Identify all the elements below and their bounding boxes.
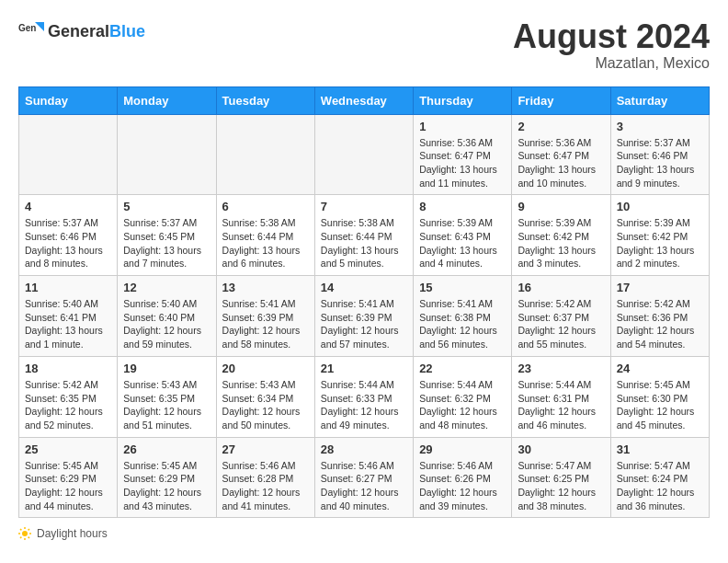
day-number: 28 xyxy=(321,442,407,456)
calendar-day-cell xyxy=(19,114,118,195)
day-number: 4 xyxy=(25,200,111,213)
calendar-day-cell: 9Sunrise: 5:39 AMSunset: 6:42 PMDaylight… xyxy=(512,195,610,276)
day-number: 9 xyxy=(518,200,604,213)
calendar-day-cell: 18Sunrise: 5:42 AMSunset: 6:35 PMDayligh… xyxy=(19,356,118,437)
calendar-day-cell: 22Sunrise: 5:44 AMSunset: 6:32 PMDayligh… xyxy=(414,356,512,437)
calendar-day-cell: 7Sunrise: 5:38 AMSunset: 6:44 PMDaylight… xyxy=(314,195,413,276)
page-subtitle: Mazatlan, Mexico xyxy=(513,55,710,72)
day-number: 8 xyxy=(419,200,506,213)
day-number: 1 xyxy=(419,120,506,133)
calendar-day-cell: 11Sunrise: 5:40 AMSunset: 6:41 PMDayligh… xyxy=(19,276,118,357)
day-info: Sunrise: 5:45 AMSunset: 6:29 PMDaylight:… xyxy=(123,459,210,513)
svg-text:Gen: Gen xyxy=(18,23,36,33)
day-info: Sunrise: 5:41 AMSunset: 6:38 PMDaylight:… xyxy=(419,297,506,351)
day-info: Sunrise: 5:43 AMSunset: 6:34 PMDaylight:… xyxy=(222,378,309,432)
calendar-day-cell xyxy=(118,114,216,195)
calendar-day-cell: 13Sunrise: 5:41 AMSunset: 6:39 PMDayligh… xyxy=(216,276,314,357)
day-info: Sunrise: 5:37 AMSunset: 6:46 PMDaylight:… xyxy=(25,216,111,270)
calendar-day-cell xyxy=(216,114,314,195)
calendar-day-header: Wednesday xyxy=(314,86,413,114)
day-number: 15 xyxy=(419,281,506,294)
calendar-week-row: 1Sunrise: 5:36 AMSunset: 6:47 PMDaylight… xyxy=(19,114,710,195)
calendar-day-cell: 27Sunrise: 5:46 AMSunset: 6:28 PMDayligh… xyxy=(216,437,314,518)
calendar-day-header: Saturday xyxy=(610,86,709,114)
day-info: Sunrise: 5:36 AMSunset: 6:47 PMDaylight:… xyxy=(518,136,604,190)
calendar-header-row: SundayMondayTuesdayWednesdayThursdayFrid… xyxy=(19,86,710,114)
day-info: Sunrise: 5:47 AMSunset: 6:25 PMDaylight:… xyxy=(518,459,604,513)
day-number: 21 xyxy=(321,362,407,375)
calendar-day-cell: 23Sunrise: 5:44 AMSunset: 6:31 PMDayligh… xyxy=(512,356,610,437)
calendar-day-cell: 15Sunrise: 5:41 AMSunset: 6:38 PMDayligh… xyxy=(414,276,512,357)
calendar-day-cell: 24Sunrise: 5:45 AMSunset: 6:30 PMDayligh… xyxy=(610,356,709,437)
calendar-day-cell: 5Sunrise: 5:37 AMSunset: 6:45 PMDaylight… xyxy=(118,195,216,276)
svg-line-9 xyxy=(28,529,29,530)
calendar-day-cell: 4Sunrise: 5:37 AMSunset: 6:46 PMDaylight… xyxy=(19,195,118,276)
day-info: Sunrise: 5:36 AMSunset: 6:47 PMDaylight:… xyxy=(419,136,506,190)
calendar-day-header: Sunday xyxy=(19,86,118,114)
title-block: August 2024 Mazatlan, Mexico xyxy=(513,18,710,72)
day-info: Sunrise: 5:41 AMSunset: 6:39 PMDaylight:… xyxy=(222,297,309,351)
day-number: 2 xyxy=(518,120,604,133)
calendar-day-cell: 29Sunrise: 5:46 AMSunset: 6:26 PMDayligh… xyxy=(414,437,512,518)
logo-general-text: General xyxy=(48,22,109,40)
day-info: Sunrise: 5:44 AMSunset: 6:32 PMDaylight:… xyxy=(419,378,506,432)
calendar-day-cell: 17Sunrise: 5:42 AMSunset: 6:36 PMDayligh… xyxy=(610,276,709,357)
calendar-day-cell: 28Sunrise: 5:46 AMSunset: 6:27 PMDayligh… xyxy=(314,437,413,518)
page-title: August 2024 xyxy=(513,18,710,55)
day-info: Sunrise: 5:45 AMSunset: 6:30 PMDaylight:… xyxy=(617,378,703,432)
calendar-day-cell: 16Sunrise: 5:42 AMSunset: 6:37 PMDayligh… xyxy=(512,276,610,357)
day-number: 18 xyxy=(25,362,111,375)
day-number: 3 xyxy=(617,120,703,133)
calendar-week-row: 11Sunrise: 5:40 AMSunset: 6:41 PMDayligh… xyxy=(19,276,710,357)
day-number: 30 xyxy=(518,442,604,456)
day-number: 10 xyxy=(617,200,703,213)
calendar-week-row: 4Sunrise: 5:37 AMSunset: 6:46 PMDaylight… xyxy=(19,195,710,276)
day-number: 11 xyxy=(25,281,111,294)
calendar-day-cell: 1Sunrise: 5:36 AMSunset: 6:47 PMDaylight… xyxy=(414,114,512,195)
day-info: Sunrise: 5:47 AMSunset: 6:24 PMDaylight:… xyxy=(617,459,703,513)
svg-line-8 xyxy=(28,537,29,538)
day-number: 12 xyxy=(123,281,210,294)
calendar-day-cell: 10Sunrise: 5:39 AMSunset: 6:42 PMDayligh… xyxy=(610,195,709,276)
day-info: Sunrise: 5:41 AMSunset: 6:39 PMDaylight:… xyxy=(321,297,407,351)
calendar-day-header: Friday xyxy=(512,86,610,114)
footer: Daylight hours xyxy=(18,527,710,540)
calendar-day-header: Monday xyxy=(118,86,216,114)
calendar-day-cell: 20Sunrise: 5:43 AMSunset: 6:34 PMDayligh… xyxy=(216,356,314,437)
day-info: Sunrise: 5:46 AMSunset: 6:26 PMDaylight:… xyxy=(419,459,506,513)
calendar-day-cell: 3Sunrise: 5:37 AMSunset: 6:46 PMDaylight… xyxy=(610,114,709,195)
calendar-table: SundayMondayTuesdayWednesdayThursdayFrid… xyxy=(18,86,710,519)
day-info: Sunrise: 5:42 AMSunset: 6:36 PMDaylight:… xyxy=(617,297,703,351)
calendar-day-cell: 14Sunrise: 5:41 AMSunset: 6:39 PMDayligh… xyxy=(314,276,413,357)
day-info: Sunrise: 5:45 AMSunset: 6:29 PMDaylight:… xyxy=(25,459,111,513)
day-info: Sunrise: 5:42 AMSunset: 6:37 PMDaylight:… xyxy=(518,297,604,351)
day-info: Sunrise: 5:40 AMSunset: 6:41 PMDaylight:… xyxy=(25,297,111,351)
day-number: 25 xyxy=(25,442,111,456)
calendar-day-cell: 31Sunrise: 5:47 AMSunset: 6:24 PMDayligh… xyxy=(610,437,709,518)
svg-line-10 xyxy=(20,537,21,538)
day-info: Sunrise: 5:37 AMSunset: 6:45 PMDaylight:… xyxy=(123,216,210,270)
svg-marker-1 xyxy=(35,22,44,31)
sun-icon xyxy=(18,527,31,540)
day-number: 23 xyxy=(518,362,604,375)
day-info: Sunrise: 5:38 AMSunset: 6:44 PMDaylight:… xyxy=(321,216,407,270)
day-info: Sunrise: 5:44 AMSunset: 6:31 PMDaylight:… xyxy=(518,378,604,432)
day-number: 20 xyxy=(222,362,309,375)
daylight-hours-note: Daylight hours xyxy=(18,527,710,540)
day-info: Sunrise: 5:39 AMSunset: 6:42 PMDaylight:… xyxy=(518,216,604,270)
svg-line-7 xyxy=(20,529,21,530)
daylight-hours-label: Daylight hours xyxy=(37,527,108,540)
calendar-day-cell: 30Sunrise: 5:47 AMSunset: 6:25 PMDayligh… xyxy=(512,437,610,518)
day-number: 6 xyxy=(222,200,309,213)
svg-point-2 xyxy=(22,531,28,536)
day-info: Sunrise: 5:46 AMSunset: 6:27 PMDaylight:… xyxy=(321,459,407,513)
logo-icon: Gen xyxy=(18,18,44,44)
calendar-day-header: Thursday xyxy=(414,86,512,114)
day-number: 31 xyxy=(617,442,703,456)
calendar-day-cell xyxy=(314,114,413,195)
calendar-day-cell: 26Sunrise: 5:45 AMSunset: 6:29 PMDayligh… xyxy=(118,437,216,518)
day-number: 16 xyxy=(518,281,604,294)
logo: Gen GeneralBlue xyxy=(18,18,145,44)
day-info: Sunrise: 5:39 AMSunset: 6:43 PMDaylight:… xyxy=(419,216,506,270)
calendar-week-row: 25Sunrise: 5:45 AMSunset: 6:29 PMDayligh… xyxy=(19,437,710,518)
